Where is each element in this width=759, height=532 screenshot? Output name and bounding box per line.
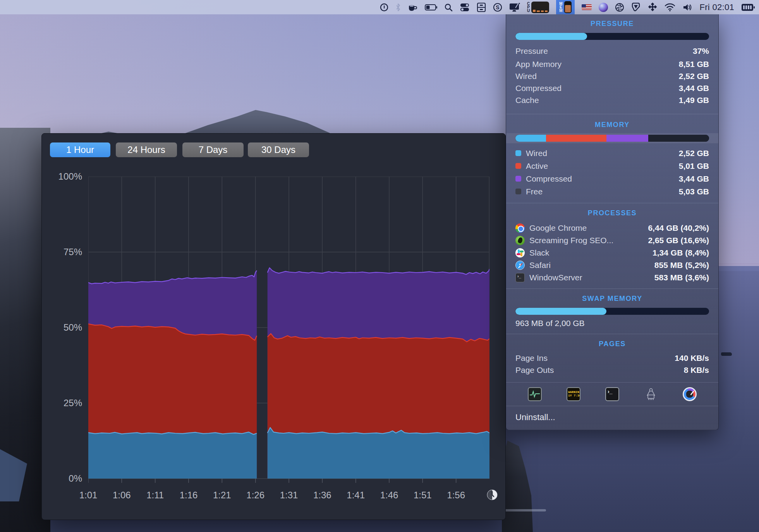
volume-icon[interactable] [682, 0, 692, 14]
mem-gauge-icon [564, 1, 572, 13]
pressure-section: PRESSURE Pressure37% App Memory8,51 GB W… [506, 14, 718, 114]
free-swatch [515, 189, 521, 194]
wired-swatch [515, 150, 521, 156]
us-flag-icon[interactable] [582, 0, 592, 14]
boat [721, 352, 732, 356]
legend-row: Compressed 3,44 GB [515, 172, 709, 185]
memory-bar-band [506, 133, 718, 143]
terminal-icon[interactable] [605, 387, 619, 401]
cpu-widget-label: CPU [527, 2, 530, 12]
x-tick-label: 1:06 [105, 490, 138, 501]
pressure-bar-fill [515, 33, 587, 40]
toggles-icon[interactable] [460, 0, 470, 14]
safari-icon [515, 261, 525, 270]
x-tick-label: 1:56 [440, 490, 473, 501]
battery-bars-icon[interactable] [741, 0, 755, 14]
pressure-bar [515, 33, 709, 40]
time-range-clock-icon[interactable] [486, 489, 498, 501]
process-row: Screaming Frog SEO... 2,65 GB (16,6%) [515, 234, 709, 247]
pages-header: PAGES [515, 340, 709, 348]
process-row: WindowServer 583 MB (3,6%) [515, 271, 709, 284]
swap-header: SWAP MEMORY [515, 295, 709, 303]
power-icon[interactable] [380, 0, 388, 14]
x-tick-label: 1:36 [306, 490, 339, 501]
legend-row: Wired 2,52 GB [515, 147, 709, 160]
menu-bar: S CPU MEM Fri 02:01 [0, 0, 759, 14]
x-tick-label: 1:51 [406, 490, 439, 501]
x-tick-label: 1:46 [373, 490, 406, 501]
stat-row: Page Outs8 KB/s [515, 364, 709, 376]
horizon-line [713, 263, 759, 264]
tab-1-hour[interactable]: 1 Hour [50, 142, 110, 157]
caffeine-cup-icon[interactable] [408, 0, 418, 14]
active-swatch [515, 163, 521, 169]
chip-caliper-icon[interactable] [644, 387, 658, 401]
stacked-area-chart [88, 177, 489, 483]
tab-30-days[interactable]: 30 Days [248, 142, 309, 157]
mem-widget-label: MEM [559, 2, 562, 12]
archive-box-icon[interactable] [477, 0, 486, 14]
process-row: Google Chrome 6,44 GB (40,2%) [515, 222, 709, 234]
stat-row: Compressed3,44 GB [515, 82, 709, 94]
bluetooth-icon[interactable] [395, 0, 401, 14]
sea-foam [503, 509, 546, 511]
process-row: Safari 855 MB (5,2%) [515, 259, 709, 271]
warning-lcd-icon[interactable]: WARNIN1Y 7:36 [567, 387, 580, 401]
tab-24-hours[interactable]: 24 Hours [116, 142, 177, 157]
cpu-widget[interactable]: CPU [527, 0, 549, 14]
x-tick-label: 1:16 [172, 490, 205, 501]
x-tick-label: 1:21 [205, 490, 239, 501]
y-tick-25: 25% [42, 397, 82, 409]
swap-section: SWAP MEMORY 963 MB of 2,00 GB [506, 288, 718, 334]
siri-icon[interactable] [599, 0, 608, 14]
pages-section: PAGES Page Ins140 KB/s Page Outs8 KB/s [506, 334, 718, 382]
memory-header: MEMORY [515, 121, 709, 129]
uninstall-section: Uninstall... [506, 406, 718, 429]
memory-stats-panel: PRESSURE Pressure37% App Memory8,51 GB W… [506, 14, 719, 430]
processes-header: PROCESSES [515, 209, 709, 217]
screaming-frog-icon [515, 236, 525, 245]
chrome-icon [515, 223, 525, 233]
clip-corner-icon[interactable] [631, 0, 641, 14]
diamonds-icon[interactable] [647, 0, 658, 14]
x-tick-label: 1:01 [72, 490, 105, 501]
x-tick-label: 1:11 [139, 490, 172, 501]
menu-clock[interactable]: Fri 02:01 [699, 0, 734, 14]
y-tick-0: 0% [42, 473, 82, 484]
dock-icons-section: WARNIN1Y 7:36 [506, 382, 718, 406]
memory-bar-segment-compressed [606, 135, 648, 142]
pressure-header: PRESSURE [515, 20, 709, 28]
memory-segmented-bar [515, 135, 709, 142]
slack-icon [515, 248, 525, 257]
tab-7-days[interactable]: 7 Days [182, 142, 244, 157]
swap-usage-text: 963 MB of 2,00 GB [515, 319, 709, 328]
stat-row: Wired2,52 GB [515, 70, 709, 82]
stat-row: Pressure37% [515, 44, 709, 58]
aperture-icon[interactable] [615, 0, 624, 14]
activity-monitor-icon[interactable] [528, 387, 542, 401]
legend-row: Free 5,03 GB [515, 185, 709, 198]
s-badge-icon[interactable]: S [493, 0, 502, 14]
cpu-graph-box [531, 2, 549, 13]
swap-bar-fill [515, 308, 606, 315]
wifi-icon[interactable] [665, 0, 675, 14]
swap-bar [515, 308, 709, 315]
stat-row: Page Ins140 KB/s [515, 352, 709, 364]
compressed-swatch [515, 176, 521, 182]
stat-row: Cache1,49 GB [515, 94, 709, 106]
spotlight-search-icon[interactable] [444, 0, 453, 14]
windowserver-icon [515, 273, 525, 282]
uninstall-button[interactable]: Uninstall... [515, 406, 709, 429]
mem-widget[interactable]: MEM [556, 0, 575, 14]
processes-section: PROCESSES Google Chrome 6,44 GB (40,2%) … [506, 203, 718, 288]
x-tick-label: 1:31 [272, 490, 306, 501]
svg-text:S: S [496, 4, 499, 10]
memory-bar-segment-active [546, 135, 607, 142]
process-row: Slack 1,34 GB (8,4%) [515, 247, 709, 259]
sidecar-display-icon[interactable] [509, 0, 520, 14]
gauge-icon[interactable] [683, 387, 697, 401]
y-tick-100: 100% [42, 171, 82, 182]
memory-bar-segment-free [648, 135, 709, 142]
stat-row: App Memory8,51 GB [515, 58, 709, 70]
battery-icon[interactable] [425, 0, 437, 14]
